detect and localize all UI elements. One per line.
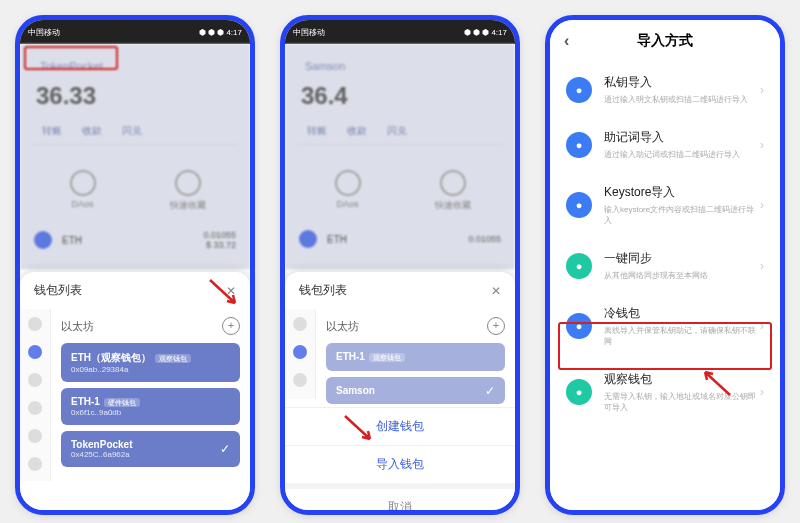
import-option-1[interactable]: ●助记词导入通过输入助记词或扫描二维码进行导入› xyxy=(550,117,780,172)
import-options-list: ●私钥导入通过输入明文私钥或扫描二维码进行导入›●助记词导入通过输入助记词或扫描… xyxy=(550,62,780,425)
import-wallet-button[interactable]: 导入钱包 xyxy=(285,445,515,483)
page-title: 导入方式 xyxy=(637,32,693,50)
app-title[interactable]: Samson xyxy=(297,56,353,76)
option-desc: 输入keystore文件内容或扫描二维码进行导入 xyxy=(604,204,760,226)
chain-strip xyxy=(20,309,51,481)
option-desc: 离线导入并保管私钥助记，请确保私钥不联网 xyxy=(604,325,760,347)
chevron-right-icon: › xyxy=(760,385,764,399)
wallet-list-sheet: 钱包列表✕ 以太坊+ ETH-1观察钱包 Samson✓ 创建钱包 导入钱包 取… xyxy=(285,272,515,510)
token-daos[interactable]: DAos xyxy=(30,167,135,212)
asset-value: 0.01055 xyxy=(203,230,236,240)
status-bar: 中国移动 ⬢ ⬢ ⬢ 4:17 xyxy=(20,20,250,44)
asset-sub: $ 33.72 xyxy=(203,240,236,250)
network-name: 以太坊 xyxy=(61,319,94,334)
cancel-button[interactable]: 取消 xyxy=(285,483,515,515)
status-right: ⬢ ⬢ ⬢ 4:17 xyxy=(464,28,507,37)
wallet-list: 以太坊 + ETH（观察钱包）观察钱包 0x09ab..29384a ETH-1… xyxy=(51,309,250,481)
action-tabs: 转账 收款 闪兑 xyxy=(297,118,503,145)
chevron-right-icon: › xyxy=(760,259,764,273)
wallet-header: Samson 36.4 转账 收款 闪兑 xyxy=(285,44,515,157)
close-icon[interactable]: ✕ xyxy=(226,284,236,298)
status-bar: 中国移动 ⬢ ⬢ ⬢ 4:17 xyxy=(285,20,515,44)
chevron-right-icon: › xyxy=(760,83,764,97)
status-right: ⬢ ⬢ ⬢ 4:17 xyxy=(199,28,242,37)
tab-transfer[interactable]: 转账 xyxy=(42,124,62,138)
chevron-right-icon: › xyxy=(760,319,764,333)
app-title[interactable]: TokenPocket xyxy=(32,56,111,76)
option-title: 观察钱包 xyxy=(604,371,760,388)
tab-swap[interactable]: 闪兑 xyxy=(387,124,407,138)
chevron-right-icon: › xyxy=(760,198,764,212)
tab-transfer[interactable]: 转账 xyxy=(307,124,327,138)
option-desc: 通过输入助记词或扫描二维码进行导入 xyxy=(604,149,760,160)
option-icon: ● xyxy=(566,253,592,279)
wallet-header: TokenPocket 36.33 转账 收款 闪兑 xyxy=(20,44,250,157)
chain-item[interactable] xyxy=(28,457,42,471)
action-tabs: 转账 收款 闪兑 xyxy=(32,118,238,145)
option-title: Keystore导入 xyxy=(604,184,760,201)
status-left: 中国移动 xyxy=(293,27,325,38)
action-menu: 创建钱包 导入钱包 取消 xyxy=(285,399,515,515)
wallet-card[interactable]: ETH-1硬件钱包 0x6f1c..9a0db xyxy=(61,388,240,425)
chain-item-eth[interactable] xyxy=(28,345,42,359)
option-title: 一键同步 xyxy=(604,250,760,267)
wallet-list-header: 以太坊 + xyxy=(61,317,240,335)
tab-receive[interactable]: 收款 xyxy=(82,124,102,138)
phone-screen-3: ‹ 导入方式 ●私钥导入通过输入明文私钥或扫描二维码进行导入›●助记词导入通过输… xyxy=(545,15,785,515)
token-grid: DAos 快速收藏 xyxy=(20,157,250,222)
import-option-0[interactable]: ●私钥导入通过输入明文私钥或扫描二维码进行导入› xyxy=(550,62,780,117)
option-icon: ● xyxy=(566,132,592,158)
option-icon: ● xyxy=(566,192,592,218)
chain-item[interactable] xyxy=(28,429,42,443)
option-desc: 从其他网络同步现有至本网络 xyxy=(604,270,760,281)
balance-amount: 36.4 xyxy=(301,82,499,110)
import-option-4[interactable]: ●冷钱包离线导入并保管私钥助记，请确保私钥不联网› xyxy=(550,293,780,359)
option-icon: ● xyxy=(566,313,592,339)
wallet-list-sheet: 钱包列表 ✕ 以太坊 + ETH（观察钱包）观察钱包 0x09ab..29384… xyxy=(20,272,250,510)
option-icon: ● xyxy=(566,77,592,103)
option-title: 冷钱包 xyxy=(604,305,760,322)
sheet-header: 钱包列表 ✕ xyxy=(20,272,250,309)
asset-eth[interactable]: ETH 0.01055$ 33.72 xyxy=(20,222,250,258)
phone-screen-2: 中国移动 ⬢ ⬢ ⬢ 4:17 Samson 36.4 转账 收款 闪兑 DAo… xyxy=(280,15,520,515)
chain-item[interactable] xyxy=(28,317,42,331)
check-icon: ✓ xyxy=(220,442,230,456)
create-wallet-button[interactable]: 创建钱包 xyxy=(285,407,515,445)
back-icon[interactable]: ‹ xyxy=(564,32,569,50)
eth-icon xyxy=(34,231,52,249)
wallet-card[interactable]: ETH（观察钱包）观察钱包 0x09ab..29384a xyxy=(61,343,240,382)
import-option-2[interactable]: ●Keystore导入输入keystore文件内容或扫描二维码进行导入› xyxy=(550,172,780,238)
token-favorite[interactable]: 快速收藏 xyxy=(135,167,240,212)
close-icon[interactable]: ✕ xyxy=(491,284,501,298)
phone-screen-1: 中国移动 ⬢ ⬢ ⬢ 4:17 TokenPocket 36.33 转账 收款 … xyxy=(15,15,255,515)
status-left: 中国移动 xyxy=(28,27,60,38)
import-option-3[interactable]: ●一键同步从其他网络同步现有至本网络› xyxy=(550,238,780,293)
wallet-card[interactable]: Samson✓ xyxy=(326,377,505,404)
option-title: 助记词导入 xyxy=(604,129,760,146)
chevron-right-icon: › xyxy=(760,138,764,152)
chain-item[interactable] xyxy=(28,373,42,387)
option-icon: ● xyxy=(566,379,592,405)
option-title: 私钥导入 xyxy=(604,74,760,91)
tab-receive[interactable]: 收款 xyxy=(347,124,367,138)
wallet-card[interactable]: ETH-1观察钱包 xyxy=(326,343,505,371)
import-header: ‹ 导入方式 xyxy=(550,20,780,62)
balance-amount: 36.33 xyxy=(36,82,234,110)
tab-swap[interactable]: 闪兑 xyxy=(122,124,142,138)
asset-name: ETH xyxy=(62,235,82,246)
option-desc: 无需导入私钥，输入地址或域名对应公钥即可导入 xyxy=(604,391,760,413)
add-wallet-button[interactable]: + xyxy=(222,317,240,335)
chain-item[interactable] xyxy=(28,401,42,415)
add-wallet-button[interactable]: + xyxy=(487,317,505,335)
import-option-5[interactable]: ●观察钱包无需导入私钥，输入地址或域名对应公钥即可导入› xyxy=(550,359,780,425)
sheet-title: 钱包列表 xyxy=(34,282,82,299)
sheet-title: 钱包列表 xyxy=(299,282,347,299)
import-method-page: ‹ 导入方式 ●私钥导入通过输入明文私钥或扫描二维码进行导入›●助记词导入通过输… xyxy=(550,20,780,510)
wallet-card[interactable]: TokenPocket 0x425C..6a962a ✓ xyxy=(61,431,240,467)
option-desc: 通过输入明文私钥或扫描二维码进行导入 xyxy=(604,94,760,105)
